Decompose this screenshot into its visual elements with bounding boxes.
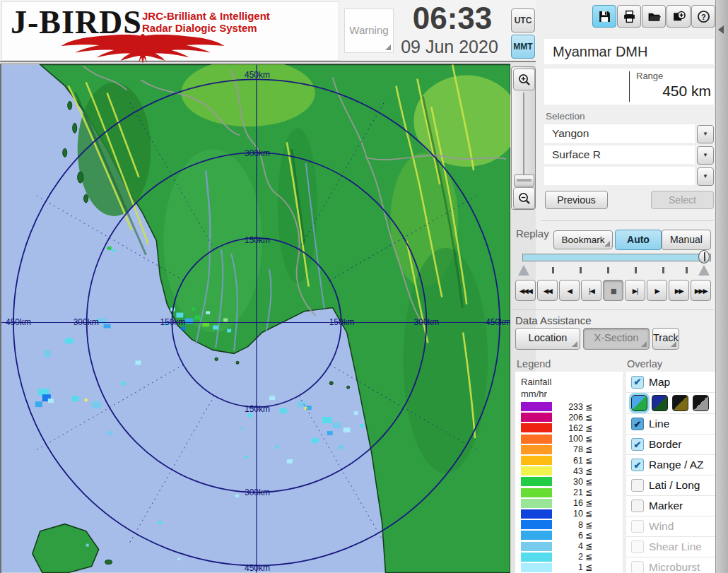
playback-controls: ◀◀◀ ◀◀ ◀ |◀ ■ ▶| ▶ ▶▶ ▶▶▶	[515, 280, 713, 301]
selection-dropdown-value[interactable]	[544, 167, 695, 185]
overlay-item[interactable]: ✔ Border	[626, 434, 715, 454]
utc-button[interactable]: UTC	[511, 8, 535, 33]
checkbox-icon[interactable]: ✔	[631, 438, 644, 451]
playback-button[interactable]: ◀◀◀	[515, 280, 536, 301]
playback-button[interactable]: ▶▶	[669, 280, 689, 301]
checkbox-icon[interactable]: ✔	[631, 459, 644, 471]
radar-map-display[interactable]: 450km 300km 150km 150km 300km 450km 450k…	[0, 64, 510, 573]
data-assistance-buttons: Location X-Section Track	[515, 328, 679, 350]
overlay-item[interactable]: ✔ Range / AZ	[626, 454, 715, 475]
replay-range-start-marker[interactable]	[518, 265, 529, 276]
legend-lte-symbol: ≦	[583, 477, 594, 487]
collapse-arrow-icon[interactable]	[718, 25, 724, 34]
checkbox-icon[interactable]: ✔	[631, 479, 644, 492]
bookmark-button[interactable]: Bookmark	[553, 230, 613, 249]
overlay-item[interactable]: ✔ Microburst	[626, 557, 715, 573]
replay-range-end-marker[interactable]	[698, 265, 710, 276]
overlay-item[interactable]: ✔ Marker	[626, 495, 715, 516]
overlay-item-map[interactable]: ✔ Map	[626, 372, 715, 392]
data-assistance-button[interactable]: X-Section	[583, 328, 650, 350]
legend-panel: Rainfall mm/hr 233 ≦ 206 ≦ 162	[515, 372, 623, 573]
legend-value: 100	[552, 434, 583, 444]
map-style-swatch[interactable]	[693, 395, 709, 411]
checkbox-icon[interactable]: ✔	[631, 520, 644, 533]
logo: J-BIRDS JRC-Brilliant & Intelligent Rada…	[1, 1, 339, 61]
svg-text:150km: 150km	[245, 404, 270, 414]
playback-button[interactable]: ◀	[559, 280, 580, 301]
zoom-slider-track[interactable]	[523, 93, 524, 182]
playback-button[interactable]: ▶|	[625, 280, 645, 301]
overlay-item-label: Marker	[649, 500, 683, 512]
overlay-item-label: Map	[649, 376, 670, 389]
legend-lte-symbol: ≦	[583, 413, 594, 423]
help-icon: ?	[697, 10, 710, 23]
select-button[interactable]: Select	[651, 191, 714, 209]
playback-button[interactable]: ▶▶▶	[691, 280, 711, 301]
playback-button[interactable]: ◀◀	[537, 280, 558, 301]
checkbox-icon[interactable]: ✔	[631, 540, 644, 553]
legend-entry: 4 ≦	[515, 540, 623, 551]
timeline-tick	[552, 267, 554, 273]
manual-button[interactable]: Manual	[662, 230, 711, 250]
map-style-swatch[interactable]	[672, 395, 688, 411]
checkbox-icon[interactable]: ✔	[631, 500, 644, 512]
legend-entry: 30 ≦	[515, 476, 623, 487]
save-icon	[598, 10, 611, 23]
logo-tagline-1: JRC-Brilliant & Intelligent	[142, 10, 270, 22]
map-style-swatch[interactable]	[631, 395, 647, 411]
legend-value: 6	[552, 531, 583, 540]
replay-timeline-slider[interactable]	[522, 254, 711, 261]
warning-button[interactable]: Warning	[344, 8, 394, 53]
legend-color-swatch	[521, 445, 552, 454]
chevron-down-icon[interactable]: ▼	[697, 167, 714, 186]
logo-tagline-2: Radar Dialogic System	[142, 22, 257, 34]
overlay-item-label: Range / AZ	[649, 459, 704, 471]
overlay-item[interactable]: ✔ Shear Line	[626, 536, 715, 557]
legend-value: 1	[552, 562, 583, 572]
legend-unit: mm/hr	[521, 389, 547, 399]
data-assistance-button[interactable]: Track	[652, 328, 679, 350]
print-icon	[623, 10, 636, 23]
legend-color-swatch	[521, 435, 552, 444]
auto-button[interactable]: Auto	[615, 230, 662, 250]
overlay-item[interactable]: ✔ Line	[626, 413, 715, 434]
playback-button[interactable]: ▶	[647, 280, 667, 301]
legend-color-swatch	[521, 553, 552, 562]
mmt-button[interactable]: MMT	[511, 35, 535, 59]
legend-color-swatch	[521, 488, 552, 497]
zoom-slider-handle[interactable]	[514, 175, 534, 187]
map-style-swatches	[626, 392, 715, 413]
checkbox-icon[interactable]: ✔	[631, 561, 644, 573]
checkbox-checked-icon[interactable]: ✔	[631, 376, 644, 389]
map-style-swatch[interactable]	[652, 395, 668, 411]
legend-lte-symbol: ≦	[583, 423, 594, 433]
legend-label: Legend	[517, 358, 551, 370]
selection-dropdown-value[interactable]: Surface R	[544, 146, 695, 164]
help-button[interactable]: ?	[691, 5, 715, 28]
replay-slider-thumb[interactable]	[698, 250, 710, 264]
panel-collapse-strip[interactable]	[715, 0, 728, 573]
eagle-logo-icon	[5, 33, 281, 63]
open-folder-button[interactable]	[642, 5, 666, 28]
selection-dropdown-row: ▼	[544, 167, 714, 185]
legend-lte-symbol: ≦	[583, 541, 594, 551]
previous-button[interactable]: Previous	[545, 191, 608, 209]
print-button[interactable]	[617, 5, 641, 28]
legend-entry: 1 ≦	[515, 562, 623, 573]
data-assistance-button[interactable]: Location	[515, 328, 580, 350]
chevron-down-icon[interactable]: ▼	[697, 125, 714, 143]
playback-button[interactable]: ■	[603, 280, 623, 301]
zoom-in-button[interactable]	[513, 69, 535, 90]
chevron-down-icon[interactable]: ▼	[697, 146, 714, 165]
overlay-item[interactable]: ✔ Lati / Long	[626, 475, 715, 495]
playback-button[interactable]: |◀	[581, 280, 601, 301]
selection-dropdown-value[interactable]: Yangon	[544, 124, 695, 143]
overlay-item[interactable]: ✔ Wind	[626, 516, 715, 536]
legend-title: Rainfall	[521, 377, 551, 387]
selection-dropdown-row: Surface R ▼	[544, 146, 714, 164]
save-button[interactable]	[592, 5, 616, 28]
header-bar: J-BIRDS JRC-Brilliant & Intelligent Rada…	[0, 0, 536, 62]
capture-add-button[interactable]	[667, 5, 691, 28]
checkbox-icon[interactable]: ✔	[631, 418, 644, 430]
zoom-out-button[interactable]	[513, 187, 535, 209]
